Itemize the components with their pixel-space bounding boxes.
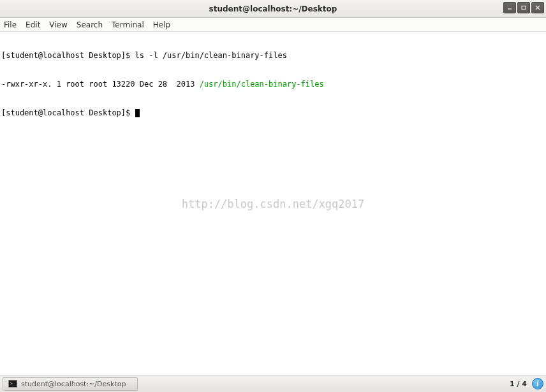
- minimize-icon: [507, 5, 512, 10]
- svg-rect-1: [522, 6, 526, 10]
- command-text: ls -l /usr/bin/clean-binary-files: [135, 51, 287, 60]
- ls-output-path: /usr/bin/clean-binary-files: [200, 80, 324, 89]
- info-icon[interactable]: i: [532, 378, 543, 389]
- menu-bar: File Edit View Search Terminal Help: [0, 18, 546, 32]
- maximize-icon: [521, 5, 526, 10]
- terminal-line: [student@localhost Desktop]$: [1, 108, 545, 118]
- minimize-button[interactable]: [503, 2, 516, 13]
- workspace-pager[interactable]: 1 / 4: [510, 380, 527, 388]
- maximize-button[interactable]: [517, 2, 530, 13]
- menu-edit[interactable]: Edit: [26, 20, 40, 29]
- menu-terminal[interactable]: Terminal: [112, 20, 144, 29]
- close-icon: [535, 5, 540, 10]
- taskbar-window-label: student@localhost:~/Desktop: [21, 380, 126, 388]
- taskbar-window-button[interactable]: >_ student@localhost:~/Desktop: [3, 377, 138, 391]
- taskbar: >_ student@localhost:~/Desktop 1 / 4 i: [0, 375, 546, 392]
- terminal-line: [student@localhost Desktop]$ ls -l /usr/…: [1, 51, 545, 61]
- menu-file[interactable]: File: [4, 20, 17, 29]
- prompt: [student@localhost Desktop]$: [1, 51, 135, 60]
- window-controls: [503, 2, 544, 13]
- close-button[interactable]: [531, 2, 544, 13]
- window-titlebar: student@localhost:~/Desktop: [0, 0, 546, 18]
- menu-view[interactable]: View: [49, 20, 67, 29]
- terminal-area[interactable]: [student@localhost Desktop]$ ls -l /usr/…: [0, 32, 546, 375]
- window-title: student@localhost:~/Desktop: [0, 4, 546, 13]
- ls-output-attrs: -rwxr-xr-x. 1 root root 13220 Dec 28 201…: [1, 80, 200, 89]
- terminal-icon: >_: [8, 380, 17, 388]
- menu-search[interactable]: Search: [77, 20, 103, 29]
- cursor-icon: [135, 109, 140, 117]
- menu-help[interactable]: Help: [153, 20, 170, 29]
- prompt: [student@localhost Desktop]$: [1, 108, 135, 117]
- terminal-line: -rwxr-xr-x. 1 root root 13220 Dec 28 201…: [1, 80, 545, 89]
